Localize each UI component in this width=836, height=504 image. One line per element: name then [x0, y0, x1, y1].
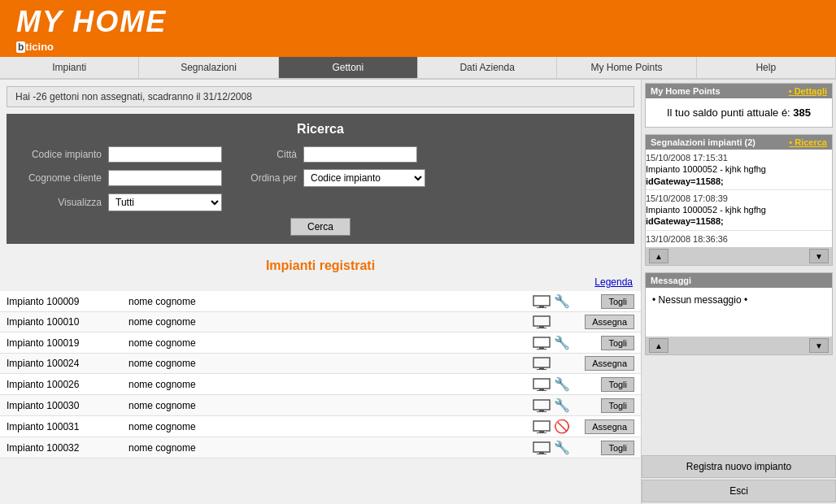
togli-button[interactable]: Togli: [601, 441, 634, 455]
svg-rect-20: [537, 432, 546, 433]
legenda-container: Legenda: [0, 276, 641, 288]
ordina-select[interactable]: Codice impianto Nome Città: [303, 169, 425, 187]
table-row: Impianto 100010 nome cognome Assegna: [0, 312, 641, 332]
impianto-icons: 🔧: [533, 440, 581, 455]
points-text: Il tuo saldo punti attuale é:: [667, 106, 793, 119]
nav-my-home-points[interactable]: My Home Points: [557, 57, 696, 78]
svg-rect-19: [539, 431, 544, 432]
brand-name: ticino: [25, 41, 54, 53]
table-row: Impianto 100031 nome cognome 🚫 Assegna: [0, 416, 641, 437]
right-panel: My Home Points • Dettagli Il tuo saldo p…: [641, 80, 836, 504]
msg-down-button[interactable]: [809, 338, 829, 353]
impianto-icons: 🔧: [533, 376, 581, 392]
svg-rect-0: [533, 296, 550, 306]
search-row-codice: Codice impianto Città: [19, 146, 622, 163]
codice-impianto-label: Codice impianto: [19, 149, 108, 160]
wrench-icon: 🔧: [554, 440, 570, 455]
impianto-id: Impianto 100009: [7, 296, 128, 307]
togli-button[interactable]: Togli: [601, 377, 634, 392]
seg-line1: Impianto 1000052 - kjhk hgfhg: [646, 204, 832, 215]
points-section: My Home Points • Dettagli Il tuo saldo p…: [645, 83, 833, 128]
monitor-icon: [533, 315, 551, 328]
nav-impianti[interactable]: Impianti: [0, 57, 139, 78]
monitor-icon: [533, 420, 551, 433]
svg-rect-15: [533, 400, 550, 410]
seg-down-button[interactable]: [809, 249, 829, 263]
points-header: My Home Points • Dettagli: [646, 84, 832, 98]
segnalazioni-ricerca-link[interactable]: • Ricerca: [789, 137, 827, 147]
impianto-icons: 🚫: [533, 419, 581, 434]
impianto-id: Impianto 100031: [7, 421, 128, 432]
visualizza-label: Visualizza: [19, 197, 108, 208]
impianto-cognome: nome cognome: [128, 400, 533, 411]
nav-segnalazioni[interactable]: Segnalazioni: [139, 57, 278, 78]
impianto-id: Impianto 100010: [7, 316, 128, 328]
esci-button[interactable]: Esci: [642, 480, 836, 502]
svg-rect-6: [533, 337, 550, 347]
messaggi-header: Messaggi: [646, 273, 832, 288]
assegna-button[interactable]: Assegna: [585, 356, 634, 371]
brand-logo: bticino: [16, 41, 167, 53]
impianto-cognome: nome cognome: [128, 442, 533, 454]
svg-rect-5: [537, 328, 546, 328]
svg-rect-22: [539, 452, 544, 454]
impianto-icons: [533, 315, 581, 328]
nav-dati-azienda[interactable]: Dati Azienda: [418, 57, 557, 78]
segnalazione-item: 15/10/2008 17:08:39 Impianto 1000052 - k…: [646, 190, 832, 231]
left-panel[interactable]: Hai -26 gettoni non assegnati, scadranno…: [0, 80, 641, 504]
action-btn-container: Assegna: [581, 356, 634, 371]
segnalazioni-header: Segnalazioni impianti (2) • Ricerca: [646, 135, 832, 150]
cognome-input[interactable]: [108, 170, 222, 186]
search-box: Ricerca Codice impianto Città Cognome cl…: [7, 114, 634, 244]
visualizza-select[interactable]: Tutti Assegnati Non assegnati: [108, 193, 222, 211]
seg-line2: idGateway=11588;: [646, 176, 832, 187]
svg-rect-4: [539, 326, 544, 328]
up-arrow-icon: [655, 341, 663, 350]
logo-container: MY HOME bticino: [16, 5, 167, 53]
seg-up-button[interactable]: [649, 249, 668, 263]
svg-rect-9: [533, 358, 550, 367]
svg-rect-12: [533, 379, 550, 389]
togli-button[interactable]: Togli: [601, 336, 634, 350]
table-row: Impianto 100009 nome cognome 🔧 Togli: [0, 291, 641, 312]
segnalazioni-title: Segnalazioni impianti (2): [651, 137, 755, 147]
assegna-button[interactable]: Assegna: [585, 419, 634, 434]
table-row: Impianto 100030 nome cognome 🔧 Togli: [0, 395, 641, 416]
impianto-cognome: nome cognome: [128, 421, 533, 432]
points-value: 385: [793, 106, 811, 119]
citta-label: Città: [246, 149, 303, 160]
svg-rect-11: [537, 369, 546, 370]
citta-input[interactable]: [303, 146, 417, 163]
action-btn-container: Togli: [581, 336, 634, 350]
up-arrow-icon: [655, 252, 663, 261]
logo-text: MY HOME: [16, 5, 167, 39]
monitor-icon: [533, 378, 551, 391]
nav-gettoni[interactable]: Gettoni: [279, 57, 418, 78]
monitor-icon: [533, 295, 551, 308]
nav-help[interactable]: Help: [697, 57, 836, 78]
b-letter: b: [16, 41, 25, 53]
legenda-link[interactable]: Legenda: [594, 276, 633, 288]
impianto-id: Impianto 100019: [7, 337, 128, 349]
assegna-button[interactable]: Assegna: [585, 315, 634, 329]
notice-bar: Hai -26 gettoni non assegnati, scadranno…: [7, 86, 634, 107]
points-dettagli-link[interactable]: • Dettagli: [789, 86, 827, 96]
monitor-icon: [533, 441, 551, 454]
impianti-title: Impianti registrati: [0, 250, 641, 276]
impianto-cognome: nome cognome: [128, 337, 533, 349]
svg-rect-1: [539, 306, 544, 307]
cerca-button[interactable]: Cerca: [290, 218, 351, 236]
togli-button[interactable]: Togli: [601, 294, 634, 309]
togli-button[interactable]: Togli: [601, 398, 634, 413]
messaggi-body: • Nessun messaggio •: [646, 288, 832, 337]
action-btn-container: Assegna: [581, 419, 634, 434]
codice-impianto-input[interactable]: [108, 146, 222, 163]
messaggi-title: Messaggi: [651, 276, 691, 285]
svg-rect-14: [537, 390, 546, 391]
action-btn-container: Assegna: [581, 315, 634, 329]
msg-up-button[interactable]: [649, 338, 668, 353]
segnalazioni-nav: [646, 247, 832, 265]
impianto-icons: [533, 357, 581, 370]
registra-button[interactable]: Registra nuovo impianto: [642, 455, 836, 478]
seg-date: 13/10/2008 18:36:36: [646, 233, 832, 245]
